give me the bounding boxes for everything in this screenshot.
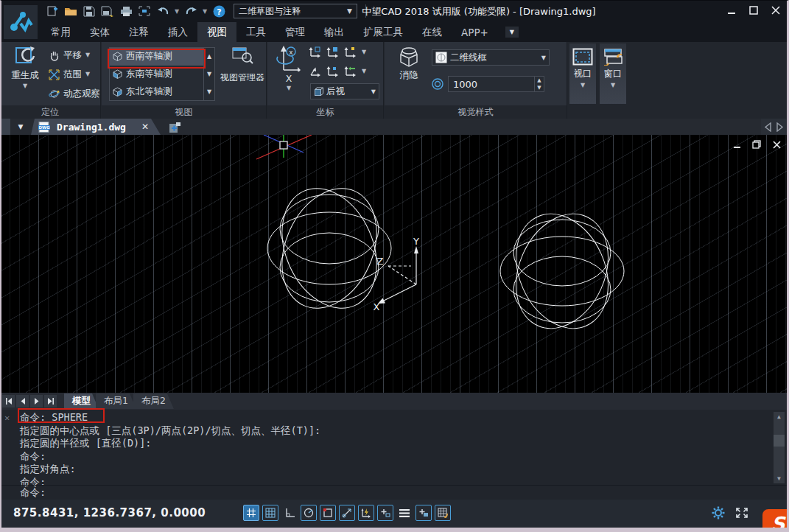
view-item-ne-isometric[interactable]: 东北等轴测	[110, 83, 203, 100]
tab-output[interactable]: 输出	[315, 22, 354, 42]
document-tab-close-icon[interactable]: ✕	[141, 122, 149, 132]
tab-online[interactable]: 在线	[413, 22, 452, 42]
tab-layout2[interactable]: 布局2	[133, 393, 174, 409]
undo-button[interactable]	[155, 4, 171, 18]
fullscreen-button[interactable]	[735, 507, 748, 519]
ucs-move-button[interactable]	[344, 66, 357, 77]
add-workspace-toggle[interactable]	[415, 505, 432, 521]
view-list-scroll-up[interactable]: ▲	[204, 48, 214, 66]
orbit-button[interactable]: 动态观察	[49, 84, 100, 103]
dynamic-ucs-toggle[interactable]	[358, 505, 374, 521]
tab-solid[interactable]: 实体	[80, 22, 119, 42]
named-view-combo[interactable]: 后视 ▼	[310, 83, 379, 99]
viewport-caret-icon: ▼	[581, 83, 585, 88]
tab-app-plus[interactable]: APP+	[452, 22, 498, 42]
tab-model[interactable]: 模型	[64, 393, 99, 409]
tab-layout1[interactable]: 布局1	[96, 393, 136, 409]
visual-style-combo[interactable]: 二维线框 ▼	[432, 49, 550, 66]
tab-manage[interactable]: 管理	[276, 22, 315, 42]
layout-prev-button[interactable]	[16, 395, 29, 407]
ucs-row2-caret-icon[interactable]: ▼	[362, 69, 366, 74]
window-button[interactable]: 窗口 ▼	[600, 43, 626, 104]
clean-screen-button[interactable]	[136, 4, 152, 18]
drawing-minimize-button[interactable]	[732, 139, 742, 150]
drawing-close-button[interactable]	[771, 139, 782, 150]
close-button[interactable]	[770, 4, 782, 16]
tab-view[interactable]: 视图	[197, 22, 236, 42]
drawing-canvas[interactable]: Y X Z	[0, 135, 789, 393]
ribbon-minimize-caret[interactable]: ▼	[505, 27, 519, 38]
layout-last-button[interactable]	[44, 395, 57, 407]
layout-first-button[interactable]	[2, 395, 15, 407]
status-menu-button[interactable]	[396, 505, 413, 521]
isolines-input[interactable]	[448, 76, 535, 92]
ucs-origin-button[interactable]	[344, 46, 357, 58]
help-button[interactable]: ?	[211, 4, 227, 18]
spinner-down[interactable]: ▼	[535, 84, 544, 91]
status-right-controls	[712, 506, 748, 519]
settings-gear-button[interactable]	[712, 506, 725, 519]
save-button[interactable]	[81, 4, 97, 18]
workspace-select[interactable]: 二维草图与注释 ▼	[234, 4, 357, 18]
dynamic-input-toggle[interactable]	[377, 505, 393, 521]
view-item-sw-isometric[interactable]: 西南等轴测	[110, 48, 203, 66]
drawing-restore-button[interactable]	[751, 139, 762, 150]
open-file-button[interactable]	[63, 4, 79, 18]
zoom-extents-button[interactable]: 范围 ▼	[49, 65, 100, 84]
grid-toggle[interactable]	[243, 505, 259, 521]
viewport-config-toggle[interactable]	[435, 505, 451, 521]
command-scroll-down[interactable]: ▼	[774, 474, 785, 483]
ucs-named-button[interactable]	[326, 46, 339, 58]
undo-dropdown-caret[interactable]: ▼	[173, 4, 180, 18]
ortho-toggle[interactable]	[281, 505, 298, 521]
tab-express-tools[interactable]: 扩展工具	[354, 22, 413, 42]
app-logo[interactable]	[4, 5, 38, 39]
regen-button[interactable]: 重生成 ▼	[6, 46, 44, 89]
new-file-button[interactable]	[44, 4, 60, 18]
print-button[interactable]	[118, 4, 134, 18]
redo-button[interactable]	[183, 4, 199, 18]
save-as-button[interactable]	[99, 4, 116, 18]
command-scrollbar[interactable]: ▲ ▼	[774, 412, 785, 483]
crosshair-cursor	[256, 135, 312, 159]
tab-annotate[interactable]: 注释	[119, 22, 158, 42]
ucs-previous-button[interactable]	[309, 66, 321, 77]
tab-insert[interactable]: 插入	[158, 22, 197, 42]
hide-button[interactable]: 消隐	[393, 46, 424, 82]
sogou-input-badge[interactable]: S	[762, 509, 789, 532]
spinner-up[interactable]: ▲	[535, 77, 544, 84]
doc-tab-next-button[interactable]	[774, 120, 785, 133]
osnap-toggle[interactable]	[320, 505, 336, 521]
document-tab-drawing1[interactable]: DWG Drawing1.dwg ✕	[31, 119, 161, 135]
minimize-button[interactable]	[726, 4, 737, 16]
otrack-toggle[interactable]	[339, 505, 355, 521]
view-manager-button[interactable]: 视图管理器	[220, 45, 265, 102]
new-document-tab-button[interactable]	[166, 121, 183, 134]
view-list-scroll-down[interactable]: ▼	[204, 66, 214, 83]
ucs-world-button[interactable]	[309, 46, 321, 58]
visual-style-caret-icon: ▼	[541, 55, 546, 61]
polar-toggle[interactable]	[301, 505, 317, 521]
command-panel-close-icon[interactable]: ✕	[4, 413, 10, 423]
tab-common[interactable]: 常用	[41, 22, 80, 42]
view-item-se-isometric[interactable]: 东南等轴测	[110, 66, 203, 83]
tab-tools[interactable]: 工具	[236, 22, 276, 42]
viewport-button[interactable]: 视口 ▼	[569, 43, 596, 104]
snap-toggle[interactable]	[262, 505, 278, 521]
ucs-x-rotate-button[interactable]: x X ▼	[273, 45, 304, 91]
layout-next-button[interactable]	[30, 395, 43, 407]
redo-dropdown-caret[interactable]: ▼	[201, 4, 208, 18]
doc-tab-dropdown[interactable]: ▼	[13, 119, 29, 135]
orbit-label: 动态观察	[63, 88, 100, 100]
document-tab-label: Drawing1.dwg	[57, 122, 126, 133]
command-prompt[interactable]: 命令:	[0, 485, 789, 500]
view-list-expand[interactable]: ▼	[204, 83, 214, 100]
doc-tab-prev-button[interactable]	[762, 120, 773, 133]
ucs-row1-caret-icon[interactable]: ▼	[362, 49, 366, 55]
maximize-button[interactable]	[748, 4, 760, 16]
workspace-value: 二维草图与注释	[239, 5, 301, 18]
ucs-object-button[interactable]	[326, 66, 339, 77]
command-scroll-up[interactable]: ▲	[774, 412, 785, 421]
pan-button[interactable]: 平移 ▼	[49, 46, 100, 65]
command-scroll-thumb[interactable]	[774, 435, 785, 447]
